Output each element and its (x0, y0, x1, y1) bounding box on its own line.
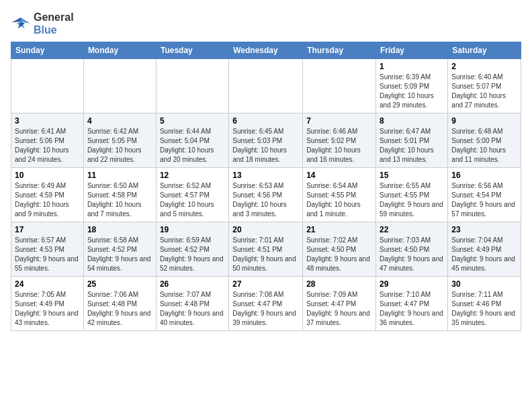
week-row-1: 1Sunrise: 6:39 AM Sunset: 5:09 PM Daylig… (11, 59, 521, 113)
day-cell: 3Sunrise: 6:41 AM Sunset: 5:06 PM Daylig… (11, 113, 84, 168)
day-cell: 27Sunrise: 7:08 AM Sunset: 4:47 PM Dayli… (229, 277, 303, 331)
day-info: Sunrise: 6:46 AM Sunset: 5:02 PM Dayligh… (306, 127, 372, 165)
day-cell (11, 59, 84, 113)
day-cell (156, 59, 228, 113)
day-info: Sunrise: 6:57 AM Sunset: 4:53 PM Dayligh… (15, 236, 80, 273)
day-cell: 10Sunrise: 6:49 AM Sunset: 4:59 PM Dayli… (11, 168, 84, 222)
day-number: 27 (232, 279, 299, 289)
day-cell: 12Sunrise: 6:52 AM Sunset: 4:57 PM Dayli… (156, 168, 228, 222)
day-cell: 8Sunrise: 6:47 AM Sunset: 5:01 PM Daylig… (376, 113, 448, 168)
day-cell: 21Sunrise: 7:02 AM Sunset: 4:50 PM Dayli… (303, 222, 376, 277)
day-info: Sunrise: 6:50 AM Sunset: 4:58 PM Dayligh… (87, 181, 152, 219)
logo-bird-icon (11, 13, 31, 34)
day-info: Sunrise: 7:06 AM Sunset: 4:48 PM Dayligh… (87, 290, 152, 328)
day-cell: 28Sunrise: 7:09 AM Sunset: 4:47 PM Dayli… (303, 277, 376, 331)
day-info: Sunrise: 7:11 AM Sunset: 4:46 PM Dayligh… (451, 290, 517, 328)
day-header-saturday: Saturday (448, 42, 521, 59)
day-cell: 24Sunrise: 7:05 AM Sunset: 4:49 PM Dayli… (11, 277, 84, 331)
day-cell: 15Sunrise: 6:55 AM Sunset: 4:55 PM Dayli… (376, 168, 448, 222)
day-info: Sunrise: 6:44 AM Sunset: 5:04 PM Dayligh… (160, 127, 225, 165)
day-cell: 14Sunrise: 6:54 AM Sunset: 4:55 PM Dayli… (303, 168, 376, 222)
day-header-sunday: Sunday (11, 42, 84, 59)
day-number: 17 (15, 225, 80, 234)
day-cell: 22Sunrise: 7:03 AM Sunset: 4:50 PM Dayli… (376, 222, 448, 277)
week-row-3: 10Sunrise: 6:49 AM Sunset: 4:59 PM Dayli… (11, 168, 521, 222)
day-cell: 1Sunrise: 6:39 AM Sunset: 5:09 PM Daylig… (376, 59, 448, 113)
day-cell: 20Sunrise: 7:01 AM Sunset: 4:51 PM Dayli… (229, 222, 303, 277)
day-cell: 13Sunrise: 6:53 AM Sunset: 4:56 PM Dayli… (229, 168, 303, 222)
day-header-friday: Friday (376, 42, 448, 59)
day-number: 14 (306, 171, 372, 180)
page-header: General Blue (11, 11, 521, 36)
day-info: Sunrise: 7:02 AM Sunset: 4:50 PM Dayligh… (306, 236, 372, 273)
day-cell (83, 59, 156, 113)
day-number: 9 (451, 116, 517, 126)
week-row-2: 3Sunrise: 6:41 AM Sunset: 5:06 PM Daylig… (11, 113, 521, 168)
calendar-header-row: SundayMondayTuesdayWednesdayThursdayFrid… (11, 42, 521, 59)
day-info: Sunrise: 6:59 AM Sunset: 4:52 PM Dayligh… (160, 236, 225, 273)
day-number: 28 (306, 279, 372, 289)
calendar-table: SundayMondayTuesdayWednesdayThursdayFrid… (11, 42, 521, 331)
day-header-wednesday: Wednesday (229, 42, 303, 59)
day-cell (229, 59, 303, 113)
day-info: Sunrise: 6:40 AM Sunset: 5:07 PM Dayligh… (451, 73, 517, 110)
day-info: Sunrise: 7:08 AM Sunset: 4:47 PM Dayligh… (232, 290, 299, 328)
day-cell: 23Sunrise: 7:04 AM Sunset: 4:49 PM Dayli… (448, 222, 521, 277)
day-number: 3 (15, 116, 80, 126)
day-cell: 4Sunrise: 6:42 AM Sunset: 5:05 PM Daylig… (83, 113, 156, 168)
day-cell: 5Sunrise: 6:44 AM Sunset: 5:04 PM Daylig… (156, 113, 228, 168)
day-number: 15 (380, 171, 444, 180)
day-info: Sunrise: 6:47 AM Sunset: 5:01 PM Dayligh… (380, 127, 444, 165)
day-number: 20 (232, 225, 299, 234)
day-info: Sunrise: 6:48 AM Sunset: 5:00 PM Dayligh… (451, 127, 517, 165)
day-number: 8 (380, 116, 444, 126)
day-header-tuesday: Tuesday (156, 42, 228, 59)
day-cell: 26Sunrise: 7:07 AM Sunset: 4:48 PM Dayli… (156, 277, 228, 331)
day-header-thursday: Thursday (303, 42, 376, 59)
day-cell: 11Sunrise: 6:50 AM Sunset: 4:58 PM Dayli… (83, 168, 156, 222)
day-info: Sunrise: 6:58 AM Sunset: 4:52 PM Dayligh… (87, 236, 152, 273)
day-info: Sunrise: 6:45 AM Sunset: 5:03 PM Dayligh… (232, 127, 299, 165)
day-info: Sunrise: 7:09 AM Sunset: 4:47 PM Dayligh… (306, 290, 372, 328)
day-number: 7 (306, 116, 372, 126)
day-number: 25 (87, 279, 152, 289)
day-number: 5 (160, 116, 225, 126)
day-cell: 29Sunrise: 7:10 AM Sunset: 4:47 PM Dayli… (376, 277, 448, 331)
day-cell (303, 59, 376, 113)
day-number: 4 (87, 116, 152, 126)
day-number: 23 (451, 225, 517, 234)
day-cell: 19Sunrise: 6:59 AM Sunset: 4:52 PM Dayli… (156, 222, 228, 277)
day-number: 18 (87, 225, 152, 234)
day-cell: 25Sunrise: 7:06 AM Sunset: 4:48 PM Dayli… (83, 277, 156, 331)
day-info: Sunrise: 7:01 AM Sunset: 4:51 PM Dayligh… (232, 236, 299, 273)
week-row-4: 17Sunrise: 6:57 AM Sunset: 4:53 PM Dayli… (11, 222, 521, 277)
day-number: 11 (87, 171, 152, 180)
day-number: 24 (15, 279, 80, 289)
day-number: 19 (160, 225, 225, 234)
day-cell: 2Sunrise: 6:40 AM Sunset: 5:07 PM Daylig… (448, 59, 521, 113)
day-info: Sunrise: 6:56 AM Sunset: 4:54 PM Dayligh… (451, 181, 517, 219)
day-cell: 9Sunrise: 6:48 AM Sunset: 5:00 PM Daylig… (448, 113, 521, 168)
day-info: Sunrise: 6:41 AM Sunset: 5:06 PM Dayligh… (15, 127, 80, 165)
day-number: 1 (380, 62, 444, 71)
day-info: Sunrise: 7:03 AM Sunset: 4:50 PM Dayligh… (380, 236, 444, 273)
day-number: 2 (451, 62, 517, 71)
day-number: 6 (232, 116, 299, 126)
day-info: Sunrise: 7:07 AM Sunset: 4:48 PM Dayligh… (160, 290, 225, 328)
day-info: Sunrise: 6:53 AM Sunset: 4:56 PM Dayligh… (232, 181, 299, 219)
day-number: 22 (380, 225, 444, 234)
day-header-monday: Monday (83, 42, 156, 59)
day-info: Sunrise: 6:42 AM Sunset: 5:05 PM Dayligh… (87, 127, 152, 165)
day-number: 21 (306, 225, 372, 234)
day-cell: 16Sunrise: 6:56 AM Sunset: 4:54 PM Dayli… (448, 168, 521, 222)
logo: General Blue (11, 11, 74, 36)
day-info: Sunrise: 7:10 AM Sunset: 4:47 PM Dayligh… (380, 290, 444, 328)
day-number: 29 (380, 279, 444, 289)
day-number: 30 (451, 279, 517, 289)
day-cell: 6Sunrise: 6:45 AM Sunset: 5:03 PM Daylig… (229, 113, 303, 168)
day-cell: 7Sunrise: 6:46 AM Sunset: 5:02 PM Daylig… (303, 113, 376, 168)
day-cell: 17Sunrise: 6:57 AM Sunset: 4:53 PM Dayli… (11, 222, 84, 277)
day-number: 10 (15, 171, 80, 180)
day-cell: 30Sunrise: 7:11 AM Sunset: 4:46 PM Dayli… (448, 277, 521, 331)
day-info: Sunrise: 7:05 AM Sunset: 4:49 PM Dayligh… (15, 290, 80, 328)
